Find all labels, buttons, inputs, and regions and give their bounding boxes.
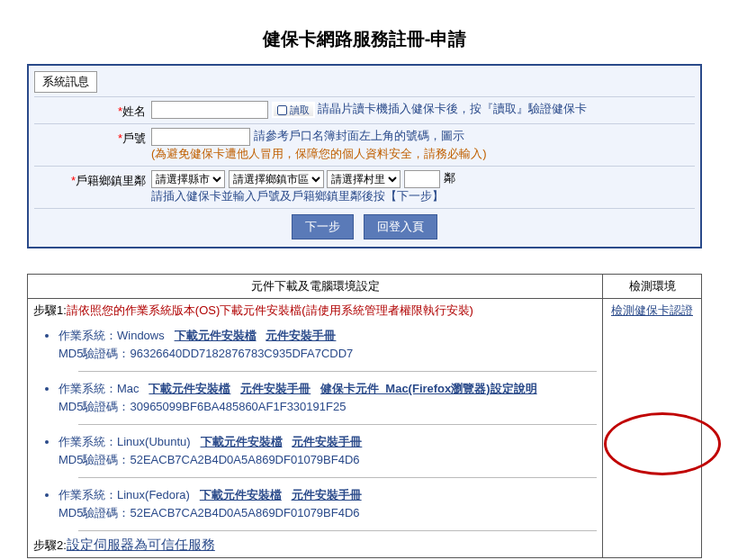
row-name: *姓名 讀取 請晶片讀卡機插入健保卡後，按『讀取』驗證健保卡	[34, 96, 695, 123]
install-manual-link[interactable]: 元件安裝手冊	[240, 382, 310, 395]
separator	[78, 371, 597, 372]
separator	[78, 424, 597, 425]
label-name: 姓名	[122, 104, 146, 118]
md5-text: MD5驗證碼：30965099BF6BA485860AF1F330191F25	[58, 399, 597, 415]
download-installer-link[interactable]: 下載元件安裝檔	[200, 488, 282, 501]
install-manual-link[interactable]: 元件安裝手冊	[292, 435, 362, 448]
os-list: 作業系統：Windows 下載元件安裝檔 元件安裝手冊 MD5驗證碼：96326…	[58, 328, 597, 531]
step1-label: 步驟1:	[33, 303, 67, 317]
os-name: 作業系統：Mac	[58, 382, 140, 395]
download-installer-link[interactable]: 下載元件安裝檔	[201, 435, 283, 448]
address-hint: 請插入健保卡並輸入戶號及戶籍鄉鎮里鄰後按【下一步】	[151, 189, 444, 203]
download-installer-link[interactable]: 下載元件安裝檔	[148, 382, 230, 395]
town-select[interactable]: 請選擇鄉鎮市區	[229, 170, 324, 188]
os-name: 作業系統：Linux(Ubuntu)	[58, 435, 191, 448]
village-select[interactable]: 請選擇村里	[327, 170, 400, 188]
system-message-tab[interactable]: 系統訊息	[34, 71, 97, 93]
household-hint: 請參考戶口名簿封面左上角的號碼，圖示	[254, 129, 464, 142]
back-to-login-button[interactable]: 回登入頁	[364, 214, 437, 239]
form-buttons: 下一步 回登入頁	[34, 208, 695, 241]
neighborhood-input[interactable]	[404, 170, 440, 188]
os-name: 作業系統：Linux(Fedora)	[58, 488, 190, 501]
header-detect: 檢測環境	[603, 275, 702, 299]
header-downloads: 元件下載及電腦環境設定	[28, 275, 603, 299]
download-table: 元件下載及電腦環境設定 檢測環境 步驟1:請依照您的作業系統版本(OS)下載元件…	[27, 274, 702, 558]
row-address: *戶籍鄉鎮里鄰 請選擇縣市 請選擇鄉鎮市區 請選擇村里 鄰 請插入健保卡並輸入戶…	[34, 166, 695, 208]
name-input[interactable]	[151, 101, 268, 119]
household-input[interactable]	[151, 128, 250, 146]
install-manual-link[interactable]: 元件安裝手冊	[292, 488, 362, 501]
md5-text: MD5驗證碼：52EACB7CA2B4D0A5A869DF01079BF4D6	[58, 505, 597, 521]
download-installer-link[interactable]: 下載元件安裝檔	[175, 329, 256, 342]
step2-row: 步驟2:設定伺服器為可信任服務	[33, 537, 597, 554]
household-warning: (為避免健保卡遭他人冒用，保障您的個人資料安全，請務必輸入)	[151, 147, 487, 160]
card-icon	[277, 105, 287, 115]
label-household: 戶號	[122, 131, 146, 145]
label-address: 戶籍鄉鎮里鄰	[76, 174, 146, 187]
os-item-linux-fedora: 作業系統：Linux(Fedora) 下載元件安裝檔 元件安裝手冊 MD5驗證碼…	[58, 487, 597, 521]
md5-text: MD5驗證碼：96326640DD7182876783C935DFA7CDD7	[58, 346, 597, 362]
next-button[interactable]: 下一步	[292, 214, 354, 239]
register-form-panel: 系統訊息 *姓名 讀取 請晶片讀卡機插入健保卡後，按『讀取』驗證健保卡 *戶號 …	[27, 64, 702, 248]
detect-card-auth-link[interactable]: 檢測健保卡認證	[611, 303, 693, 317]
mac-firefox-setup-link[interactable]: 健保卡元件_Mac(Firefox瀏覽器)設定說明	[320, 382, 537, 395]
row-household: *戶號 請參考戶口名簿封面左上角的號碼，圖示 (為避免健保卡遭他人冒用，保障您的…	[34, 123, 695, 166]
addr-suffix: 鄰	[444, 171, 455, 185]
separator	[78, 477, 597, 478]
step1-text: 請依照您的作業系統版本(OS)下載元件安裝檔(請使用系統管理者權限執行安裝)	[67, 303, 473, 317]
downloads-cell: 步驟1:請依照您的作業系統版本(OS)下載元件安裝檔(請使用系統管理者權限執行安…	[28, 299, 603, 558]
trusted-server-link[interactable]: 設定伺服器為可信任服務	[67, 537, 215, 552]
os-name: 作業系統：Windows	[58, 329, 165, 342]
step2-label: 步驟2:	[33, 538, 67, 552]
os-item-linux-ubuntu: 作業系統：Linux(Ubuntu) 下載元件安裝檔 元件安裝手冊 MD5驗證碼…	[58, 434, 597, 468]
separator	[78, 530, 597, 531]
page-title: 健保卡網路服務註冊-申請	[27, 27, 702, 51]
md5-text: MD5驗證碼：52EACB7CA2B4D0A5A869DF01079BF4D6	[58, 452, 597, 468]
read-card-button[interactable]: 讀取	[272, 102, 315, 118]
install-manual-link[interactable]: 元件安裝手冊	[266, 329, 336, 342]
detect-cell: 檢測健保卡認證	[603, 299, 702, 558]
os-item-windows: 作業系統：Windows 下載元件安裝檔 元件安裝手冊 MD5驗證碼：96326…	[58, 328, 597, 362]
highlight-ring	[604, 412, 721, 475]
name-hint: 請晶片讀卡機插入健保卡後，按『讀取』驗證健保卡	[318, 102, 587, 115]
county-select[interactable]: 請選擇縣市	[151, 170, 225, 188]
os-item-mac: 作業系統：Mac 下載元件安裝檔 元件安裝手冊 健保卡元件_Mac(Firefo…	[58, 381, 597, 415]
